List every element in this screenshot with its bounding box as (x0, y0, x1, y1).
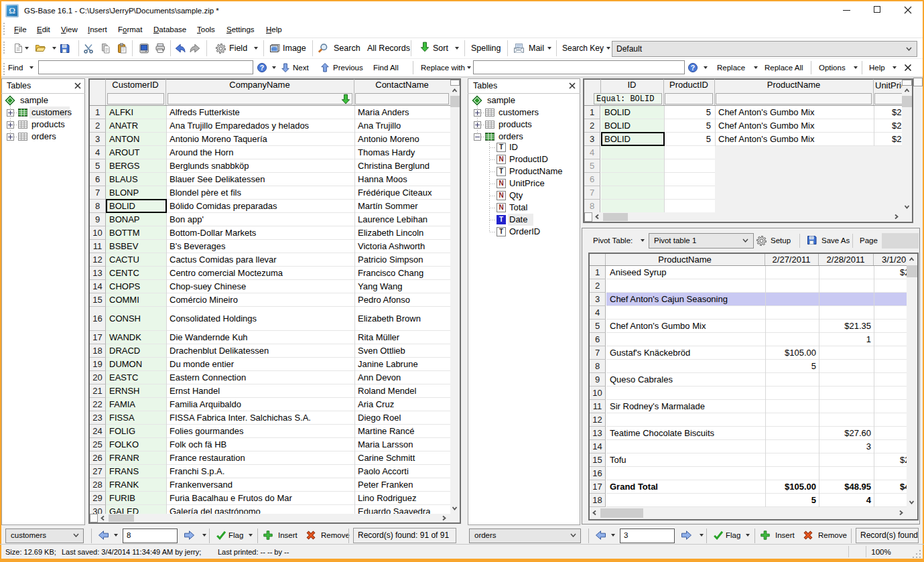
svg-text:?: ? (260, 64, 264, 72)
svg-text:?: ? (691, 64, 695, 72)
